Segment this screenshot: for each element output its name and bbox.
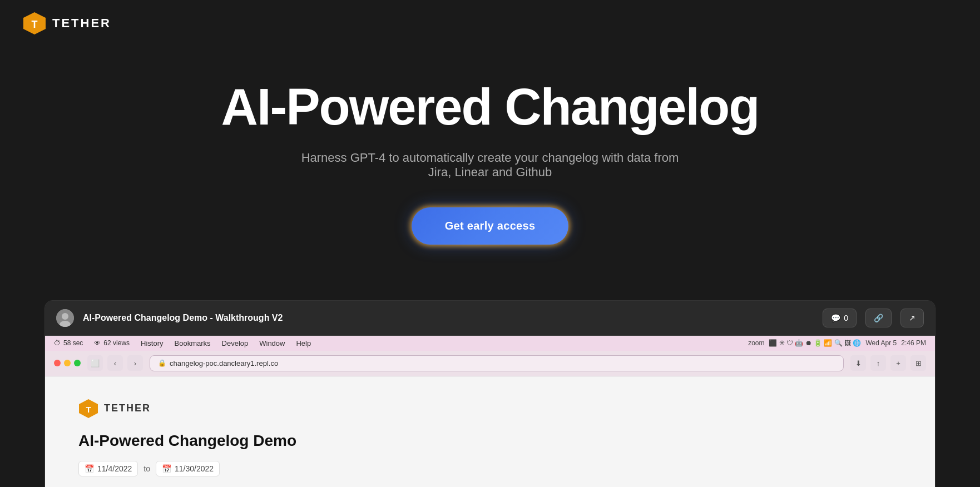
logo-text: TETHER: [52, 16, 111, 31]
external-link-button[interactable]: ↗: [900, 309, 924, 327]
recording-time: ⏱ 58 sec: [54, 339, 83, 347]
views-value: 62 views: [103, 339, 130, 347]
recording-views: 👁 62 views: [94, 339, 130, 347]
browser-chrome: ⬜ ‹ › 🔒 changelog-poc.dancleary1.repl.co…: [45, 351, 935, 376]
browser-tether-logo-icon: T: [78, 399, 98, 419]
comment-icon: 💬: [831, 314, 840, 322]
browser-logo-text: TETHER: [104, 402, 151, 414]
demo-container: AI-Powered Changelog Demo - Walkthrough …: [44, 300, 936, 487]
get-early-access-button[interactable]: Get early access: [412, 207, 569, 245]
comment-count: 0: [844, 314, 848, 322]
changelog-page-title: AI-Powered Changelog Demo: [78, 432, 902, 450]
menu-bookmarks[interactable]: Bookmarks: [175, 339, 211, 347]
external-icon: ↗: [909, 314, 915, 322]
address-bar[interactable]: 🔒 changelog-poc.dancleary1.repl.co: [150, 355, 844, 371]
menu-help[interactable]: Help: [296, 339, 311, 347]
svg-text:T: T: [86, 405, 91, 414]
share-icon[interactable]: ↑: [870, 355, 886, 371]
date-to-badge: 📅 11/30/2022: [156, 461, 220, 476]
nav-forward[interactable]: ›: [127, 355, 143, 371]
menu-window[interactable]: Window: [259, 339, 285, 347]
minimize-button[interactable]: [64, 360, 71, 366]
time-value: 58 sec: [63, 339, 83, 347]
date-separator: to: [143, 464, 150, 473]
traffic-lights: [54, 360, 81, 366]
svg-point-3: [62, 313, 68, 320]
link-icon: 🔗: [874, 314, 883, 322]
hero-title: AI-Powered Changelog: [221, 80, 759, 134]
lock-icon: 🔒: [158, 359, 166, 367]
link-button[interactable]: 🔗: [865, 309, 892, 327]
video-topbar: AI-Powered Changelog Demo - Walkthrough …: [45, 301, 935, 336]
time-icon: ⏱: [54, 339, 61, 347]
macos-menus: History Bookmarks Develop Window Help: [141, 339, 311, 347]
site-header: T TETHER: [0, 0, 980, 47]
date-from-badge: 📅 11/4/2022: [78, 461, 138, 476]
browser-content: T TETHER AI-Powered Changelog Demo 📅 11/…: [45, 376, 935, 487]
download-icon[interactable]: ⬇: [850, 355, 866, 371]
time-display: 2:46 PM: [901, 339, 926, 347]
close-button[interactable]: [54, 360, 61, 366]
status-icons: ⬛ ✳ 🛡 🤖 ⏺ 🔋 📶 🔍 🖼 🌐: [769, 339, 861, 347]
hero-subtitle: Harness GPT-4 to automatically create yo…: [295, 151, 685, 180]
video-title: AI-Powered Changelog Demo - Walkthrough …: [83, 313, 814, 323]
date-from-value: 11/4/2022: [97, 464, 132, 473]
menu-develop[interactable]: Develop: [222, 339, 249, 347]
address-text: changelog-poc.dancleary1.repl.co: [170, 359, 278, 367]
add-tab-icon[interactable]: +: [890, 355, 906, 371]
browser-right-controls: ⬇ ↑ + ⊞: [850, 355, 926, 371]
presenter-avatar: [56, 309, 74, 327]
date-to-icon: 📅: [162, 464, 171, 473]
tether-logo-icon: T: [22, 11, 47, 36]
grid-icon[interactable]: ⊞: [910, 355, 926, 371]
menu-history[interactable]: History: [141, 339, 163, 347]
menubar-right: zoom ⬛ ✳ 🛡 🤖 ⏺ 🔋 📶 🔍 🖼 🌐 Wed Apr 5 2:46 …: [748, 339, 926, 347]
demo-section: AI-Powered Changelog Demo - Walkthrough …: [0, 300, 980, 487]
comment-button[interactable]: 💬 0: [823, 309, 857, 327]
video-actions: 💬 0 🔗 ↗: [823, 309, 924, 327]
svg-text:T: T: [32, 19, 38, 30]
browser-tether-logo: T TETHER: [78, 399, 902, 419]
zoom-label: zoom: [748, 339, 764, 347]
date-display: Wed Apr 5: [865, 339, 897, 347]
date-range: 📅 11/4/2022 to 📅 11/30/2022: [78, 461, 902, 476]
browser-win-controls: ⬜ ‹ ›: [87, 355, 143, 371]
menubar-left: ⏱ 58 sec 👁 62 views History Bookmarks De…: [54, 339, 311, 347]
cta-button-wrapper: Get early access: [412, 207, 569, 245]
logo[interactable]: T TETHER: [22, 11, 111, 36]
date-from-icon: 📅: [85, 464, 94, 473]
window-switcher[interactable]: ⬜: [87, 355, 103, 371]
views-icon: 👁: [94, 339, 101, 347]
maximize-button[interactable]: [74, 360, 81, 366]
nav-back[interactable]: ‹: [107, 355, 123, 371]
macos-menubar: ⏱ 58 sec 👁 62 views History Bookmarks De…: [45, 336, 935, 351]
hero-section: AI-Powered Changelog Harness GPT-4 to au…: [0, 47, 980, 289]
date-to-value: 11/30/2022: [175, 464, 214, 473]
